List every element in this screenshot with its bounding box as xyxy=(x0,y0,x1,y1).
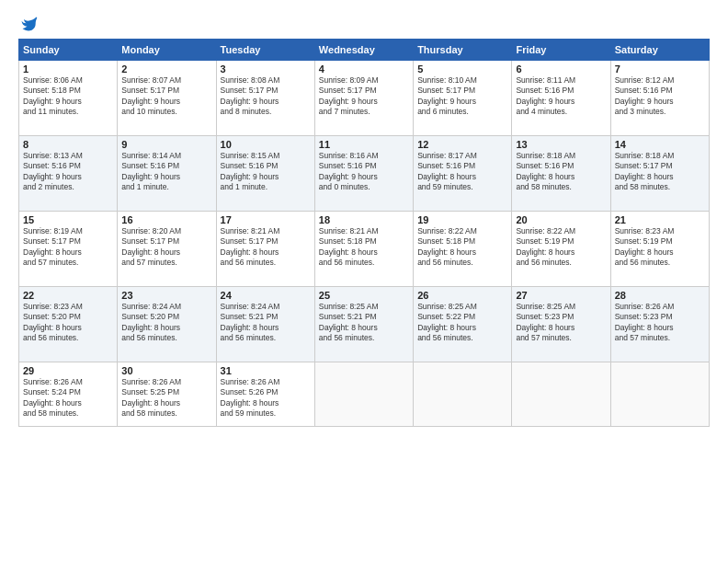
day-info: Sunrise: 8:22 AMSunset: 5:19 PMDaylight:… xyxy=(516,226,606,269)
day-number: 17 xyxy=(221,214,311,225)
day-info: Sunrise: 8:15 AMSunset: 5:16 PMDaylight:… xyxy=(221,151,311,193)
day-number: 12 xyxy=(417,139,507,150)
calendar-day-cell: 23Sunrise: 8:24 AMSunset: 5:20 PMDayligh… xyxy=(118,287,216,362)
logo-bird-icon xyxy=(20,15,39,33)
day-info: Sunrise: 8:08 AMSunset: 5:17 PMDaylight:… xyxy=(221,75,311,118)
calendar-week-row: 29Sunrise: 8:26 AMSunset: 5:24 PMDayligh… xyxy=(19,362,710,427)
day-number: 20 xyxy=(516,214,606,225)
weekday-header-tuesday: Tuesday xyxy=(216,40,314,61)
day-number: 7 xyxy=(615,63,705,75)
day-info: Sunrise: 8:26 AMSunset: 5:26 PMDaylight:… xyxy=(221,377,311,419)
weekday-header-row: SundayMondayTuesdayWednesdayThursdayFrid… xyxy=(19,40,710,61)
calendar-day-cell: 12Sunrise: 8:17 AMSunset: 5:16 PMDayligh… xyxy=(414,136,512,212)
calendar-week-row: 1Sunrise: 8:06 AMSunset: 5:18 PMDaylight… xyxy=(19,61,710,136)
calendar-week-row: 8Sunrise: 8:13 AMSunset: 5:16 PMDaylight… xyxy=(19,136,710,212)
calendar-day-cell: 31Sunrise: 8:26 AMSunset: 5:26 PMDayligh… xyxy=(216,362,314,427)
calendar-day-cell: 4Sunrise: 8:09 AMSunset: 5:17 PMDaylight… xyxy=(314,61,413,136)
day-info: Sunrise: 8:24 AMSunset: 5:21 PMDaylight:… xyxy=(221,302,311,344)
calendar-day-cell: 13Sunrise: 8:18 AMSunset: 5:16 PMDayligh… xyxy=(512,136,610,212)
day-number: 18 xyxy=(319,214,409,225)
day-number: 22 xyxy=(23,290,113,301)
calendar-day-cell: 1Sunrise: 8:06 AMSunset: 5:18 PMDaylight… xyxy=(19,61,118,136)
calendar-day-cell: 30Sunrise: 8:26 AMSunset: 5:25 PMDayligh… xyxy=(118,362,216,427)
day-info: Sunrise: 8:25 AMSunset: 5:22 PMDaylight:… xyxy=(417,302,507,344)
day-info: Sunrise: 8:18 AMSunset: 5:16 PMDaylight:… xyxy=(516,151,606,193)
page: SundayMondayTuesdayWednesdayThursdayFrid… xyxy=(0,0,728,563)
calendar-day-cell: 25Sunrise: 8:25 AMSunset: 5:21 PMDayligh… xyxy=(314,287,413,362)
calendar-day-cell: 15Sunrise: 8:19 AMSunset: 5:17 PMDayligh… xyxy=(19,212,118,287)
calendar-day-cell: 10Sunrise: 8:15 AMSunset: 5:16 PMDayligh… xyxy=(216,136,314,212)
calendar-day-cell: 17Sunrise: 8:21 AMSunset: 5:17 PMDayligh… xyxy=(216,212,314,287)
day-info: Sunrise: 8:25 AMSunset: 5:21 PMDaylight:… xyxy=(319,302,409,344)
day-number: 5 xyxy=(417,63,507,75)
calendar-week-row: 15Sunrise: 8:19 AMSunset: 5:17 PMDayligh… xyxy=(19,212,710,287)
day-number: 27 xyxy=(516,290,606,301)
day-number: 10 xyxy=(221,139,311,150)
day-info: Sunrise: 8:26 AMSunset: 5:24 PMDaylight:… xyxy=(23,377,113,419)
day-info: Sunrise: 8:11 AMSunset: 5:16 PMDaylight:… xyxy=(516,75,606,118)
calendar-day-cell: 19Sunrise: 8:22 AMSunset: 5:18 PMDayligh… xyxy=(414,212,512,287)
calendar-day-cell xyxy=(414,362,512,427)
calendar-day-cell: 14Sunrise: 8:18 AMSunset: 5:17 PMDayligh… xyxy=(610,136,709,212)
weekday-header-friday: Friday xyxy=(512,40,610,61)
day-number: 30 xyxy=(121,365,211,376)
day-info: Sunrise: 8:18 AMSunset: 5:17 PMDaylight:… xyxy=(615,151,705,193)
calendar-day-cell: 20Sunrise: 8:22 AMSunset: 5:19 PMDayligh… xyxy=(512,212,610,287)
day-info: Sunrise: 8:14 AMSunset: 5:16 PMDaylight:… xyxy=(121,151,211,193)
day-info: Sunrise: 8:12 AMSunset: 5:16 PMDaylight:… xyxy=(615,75,705,118)
calendar-day-cell: 27Sunrise: 8:25 AMSunset: 5:23 PMDayligh… xyxy=(512,287,610,362)
day-number: 3 xyxy=(221,63,311,75)
calendar-week-row: 22Sunrise: 8:23 AMSunset: 5:20 PMDayligh… xyxy=(19,287,710,362)
day-number: 21 xyxy=(615,214,705,225)
day-number: 28 xyxy=(615,290,705,301)
day-info: Sunrise: 8:22 AMSunset: 5:18 PMDaylight:… xyxy=(417,226,507,269)
day-number: 29 xyxy=(23,365,113,376)
day-info: Sunrise: 8:16 AMSunset: 5:16 PMDaylight:… xyxy=(319,151,409,193)
calendar-day-cell: 18Sunrise: 8:21 AMSunset: 5:18 PMDayligh… xyxy=(314,212,413,287)
day-number: 14 xyxy=(615,139,705,150)
day-number: 25 xyxy=(319,290,409,301)
day-info: Sunrise: 8:26 AMSunset: 5:23 PMDaylight:… xyxy=(615,302,705,344)
calendar-day-cell: 5Sunrise: 8:10 AMSunset: 5:17 PMDaylight… xyxy=(414,61,512,136)
calendar-day-cell: 24Sunrise: 8:24 AMSunset: 5:21 PMDayligh… xyxy=(216,287,314,362)
day-number: 11 xyxy=(319,139,409,150)
calendar-day-cell: 8Sunrise: 8:13 AMSunset: 5:16 PMDaylight… xyxy=(19,136,118,212)
day-info: Sunrise: 8:23 AMSunset: 5:19 PMDaylight:… xyxy=(615,226,705,269)
calendar-day-cell: 21Sunrise: 8:23 AMSunset: 5:19 PMDayligh… xyxy=(610,212,709,287)
day-number: 8 xyxy=(23,139,113,150)
calendar-day-cell xyxy=(512,362,610,427)
calendar-day-cell: 7Sunrise: 8:12 AMSunset: 5:16 PMDaylight… xyxy=(610,61,709,136)
day-info: Sunrise: 8:21 AMSunset: 5:17 PMDaylight:… xyxy=(221,226,311,269)
calendar-day-cell: 16Sunrise: 8:20 AMSunset: 5:17 PMDayligh… xyxy=(118,212,216,287)
day-number: 2 xyxy=(121,63,211,75)
weekday-header-monday: Monday xyxy=(118,40,216,61)
calendar-day-cell xyxy=(314,362,413,427)
day-number: 24 xyxy=(221,290,311,301)
calendar-table: SundayMondayTuesdayWednesdayThursdayFrid… xyxy=(18,39,710,427)
day-info: Sunrise: 8:24 AMSunset: 5:20 PMDaylight:… xyxy=(121,302,211,344)
weekday-header-sunday: Sunday xyxy=(19,40,118,61)
day-info: Sunrise: 8:21 AMSunset: 5:18 PMDaylight:… xyxy=(319,226,409,269)
calendar-day-cell: 9Sunrise: 8:14 AMSunset: 5:16 PMDaylight… xyxy=(118,136,216,212)
day-info: Sunrise: 8:25 AMSunset: 5:23 PMDaylight:… xyxy=(516,302,606,344)
day-info: Sunrise: 8:20 AMSunset: 5:17 PMDaylight:… xyxy=(121,226,211,269)
day-info: Sunrise: 8:26 AMSunset: 5:25 PMDaylight:… xyxy=(121,377,211,419)
header xyxy=(18,15,710,33)
day-info: Sunrise: 8:17 AMSunset: 5:16 PMDaylight:… xyxy=(417,151,507,193)
weekday-header-wednesday: Wednesday xyxy=(314,40,413,61)
day-number: 31 xyxy=(221,365,311,376)
day-number: 23 xyxy=(121,290,211,301)
calendar-day-cell xyxy=(610,362,709,427)
day-number: 15 xyxy=(23,214,113,225)
day-number: 1 xyxy=(23,63,113,75)
calendar-day-cell: 6Sunrise: 8:11 AMSunset: 5:16 PMDaylight… xyxy=(512,61,610,136)
calendar-day-cell: 11Sunrise: 8:16 AMSunset: 5:16 PMDayligh… xyxy=(314,136,413,212)
calendar-day-cell: 26Sunrise: 8:25 AMSunset: 5:22 PMDayligh… xyxy=(414,287,512,362)
calendar-day-cell: 22Sunrise: 8:23 AMSunset: 5:20 PMDayligh… xyxy=(19,287,118,362)
day-info: Sunrise: 8:06 AMSunset: 5:18 PMDaylight:… xyxy=(23,75,113,118)
day-info: Sunrise: 8:23 AMSunset: 5:20 PMDaylight:… xyxy=(23,302,113,344)
day-number: 26 xyxy=(417,290,507,301)
weekday-header-thursday: Thursday xyxy=(414,40,512,61)
logo xyxy=(18,15,39,33)
calendar-day-cell: 3Sunrise: 8:08 AMSunset: 5:17 PMDaylight… xyxy=(216,61,314,136)
